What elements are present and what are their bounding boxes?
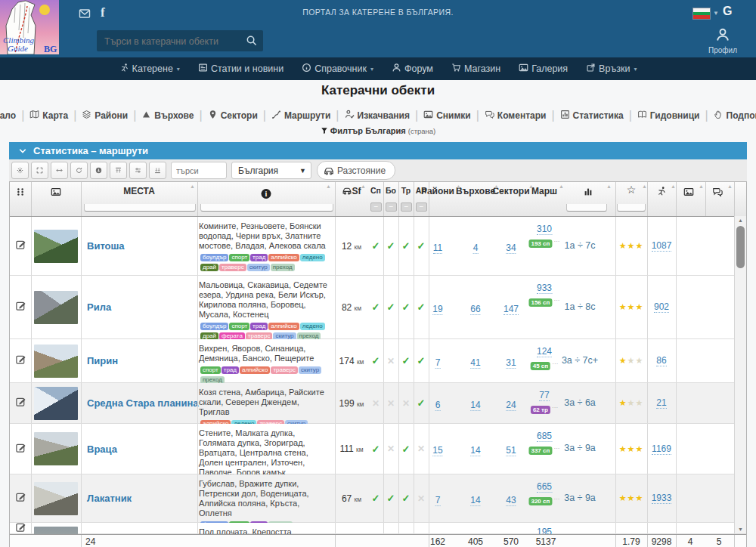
sort-caret[interactable]: ▲	[559, 184, 564, 189]
regions-count[interactable]: 6	[435, 397, 441, 411]
sectors-count-link[interactable]: 31	[506, 357, 516, 369]
ascents-count-link[interactable]: 902	[654, 301, 669, 313]
country-select[interactable]: България ▼	[231, 162, 311, 179]
edit-row-button[interactable]	[15, 521, 26, 535]
place-thumbnail[interactable]	[34, 482, 78, 515]
ascents-count-link[interactable]: 21	[656, 397, 666, 409]
filter-line[interactable]: Филтър България (страна)	[0, 126, 756, 135]
star-column-icon[interactable]: ☆	[627, 184, 637, 196]
places-filter-input[interactable]	[84, 204, 196, 212]
place-name-link[interactable]: Враца	[87, 443, 117, 455]
nav-item-Галерия[interactable]: Галерия	[519, 63, 568, 75]
sort-caret[interactable]: ▲	[606, 184, 612, 189]
col-sf[interactable]: Sf	[342, 186, 361, 196]
subnav-item-Върхове[interactable]: Върхове	[141, 110, 194, 122]
regions-count-link[interactable]: 15	[432, 445, 442, 456]
distance-button[interactable]: Разстояние	[317, 161, 395, 180]
place-thumbnail[interactable]	[34, 527, 78, 534]
sectors-count[interactable]: 51	[506, 443, 516, 456]
peaks-count[interactable]: 14	[470, 443, 480, 456]
expand-button[interactable]	[31, 162, 48, 179]
place-name-link[interactable]: Рила	[87, 301, 111, 313]
nav-item-Магазин[interactable]: Магазин	[451, 63, 500, 75]
tobottom-button[interactable]	[149, 162, 166, 179]
regions-count-link[interactable]: 7	[435, 495, 441, 506]
sectors-count[interactable]: 34	[506, 240, 516, 254]
regions-count[interactable]: 11	[433, 240, 442, 254]
routes-count-link[interactable]: 685	[537, 431, 552, 442]
peaks-count-link[interactable]: 14	[470, 445, 480, 456]
vertical-scrollbar[interactable]: ▲ ▼	[734, 216, 746, 533]
peaks-count[interactable]: 4	[473, 240, 479, 254]
sort-caret[interactable]: ▲	[727, 184, 733, 189]
sectors-count-link[interactable]: 147	[503, 304, 519, 315]
nav-item-Форум[interactable]: Форум	[392, 63, 433, 75]
climber-column-icon[interactable]	[656, 186, 667, 199]
peaks-count-link[interactable]: 41	[470, 357, 480, 369]
ascents-count-link[interactable]: 1087	[652, 240, 672, 252]
edit-row-button[interactable]	[15, 442, 26, 456]
rating-filter-input[interactable]	[617, 204, 646, 212]
col-peaks[interactable]: Върхове	[456, 186, 495, 196]
sort-caret[interactable]: ▲	[326, 184, 331, 189]
sort-caret[interactable]: ▲	[361, 184, 366, 189]
peaks-count[interactable]: 14	[470, 397, 480, 411]
scroll-down-icon[interactable]: ▼	[735, 527, 746, 532]
place-thumbnail[interactable]	[34, 291, 78, 324]
ascents-count-link[interactable]: 86	[656, 355, 666, 366]
peaks-count-link[interactable]: 14	[470, 400, 480, 411]
sort-caret[interactable]: ▲	[494, 184, 499, 189]
edit-row-button[interactable]	[15, 239, 26, 253]
refresh-button[interactable]	[70, 162, 88, 179]
subnav-item-Маршрути[interactable]: Маршрути	[271, 110, 330, 122]
routes-count-link[interactable]: 195	[537, 527, 552, 534]
col-places[interactable]: МЕСТА	[123, 186, 155, 196]
col-boulder[interactable]: Бо	[386, 186, 396, 195]
peaks-count[interactable]: 66	[470, 301, 480, 315]
language-caret-icon[interactable]: ▼	[713, 10, 719, 17]
regions-count[interactable]: 19	[432, 301, 442, 315]
scroll-thumb[interactable]	[736, 226, 745, 268]
regions-count-link[interactable]: 19	[432, 304, 442, 315]
nav-item-Връзки[interactable]: Връзки▾	[586, 63, 637, 75]
routes-count-link[interactable]: 933	[537, 283, 552, 294]
peaks-count-link[interactable]: 14	[470, 495, 480, 506]
regions-count-link[interactable]: 7	[435, 357, 441, 369]
place-name-link[interactable]: Витоша	[87, 240, 125, 252]
edit-row-button[interactable]	[15, 491, 26, 505]
edit-row-button[interactable]	[15, 354, 26, 368]
edit-row-button[interactable]	[15, 396, 26, 410]
sectors-count-link[interactable]: 34	[506, 243, 516, 254]
peaks-count[interactable]: 41	[470, 355, 480, 369]
place-thumbnail[interactable]	[34, 230, 78, 263]
sort-caret[interactable]: ▲	[699, 184, 704, 189]
regions-count-link[interactable]: 6	[435, 400, 441, 411]
ascents-count-link[interactable]: 1169	[652, 443, 671, 455]
peaks-count[interactable]: 14	[470, 493, 480, 506]
routes-count-link[interactable]: 77	[539, 390, 549, 401]
sectors-count[interactable]: 24	[506, 397, 516, 411]
circledown-button[interactable]	[90, 162, 107, 179]
subnav-item-Снимки[interactable]: Снимки	[423, 110, 471, 122]
regions-count-link[interactable]: 11	[433, 243, 442, 254]
sort-caret[interactable]: ▲	[642, 184, 647, 189]
col-sport[interactable]: Сп	[370, 186, 381, 195]
col-regions[interactable]: Райони	[421, 186, 454, 196]
sort-caret[interactable]: ▲	[190, 184, 195, 189]
subnav-item-Сектори[interactable]: Сектори	[208, 110, 258, 122]
sliders-button[interactable]	[129, 162, 147, 179]
regions-count[interactable]: 7	[435, 493, 441, 506]
header-search-input[interactable]	[103, 30, 242, 53]
sectors-count[interactable]: 31	[506, 355, 516, 369]
stats-panel-header[interactable]: Статистика – маршрути	[9, 142, 747, 159]
google-icon[interactable]: G	[723, 5, 732, 18]
place-name-link[interactable]: Пирин	[87, 355, 118, 366]
col-routes[interactable]: Марш	[531, 186, 557, 196]
subnav-item-Коментари[interactable]: Коментари	[485, 110, 547, 122]
place-thumbnail[interactable]	[34, 432, 78, 465]
info-column-icon[interactable]: i	[262, 186, 271, 199]
desc-filter-input[interactable]	[200, 204, 333, 212]
comments-column-icon[interactable]	[712, 187, 723, 200]
place-thumbnail[interactable]	[34, 387, 78, 420]
profile-button[interactable]: Профил	[708, 27, 738, 54]
